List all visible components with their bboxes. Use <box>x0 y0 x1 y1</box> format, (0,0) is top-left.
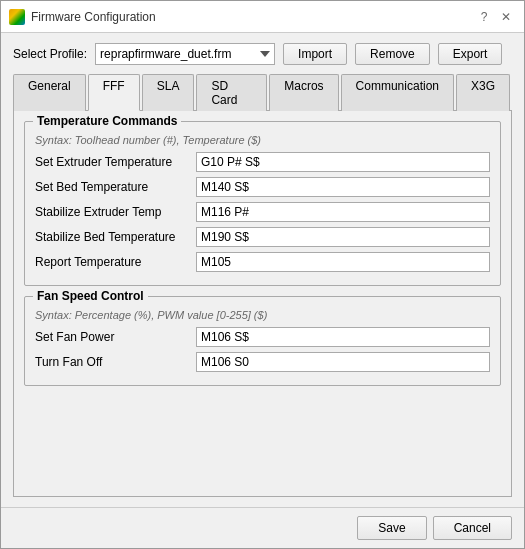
temp-field-row: Stabilize Extruder Temp <box>35 202 490 222</box>
tab-sdcard[interactable]: SD Card <box>196 74 267 111</box>
temp-field-input-4[interactable] <box>196 252 490 272</box>
temp-syntax: Syntax: Toolhead number (#), Temperature… <box>35 134 490 146</box>
profile-select[interactable]: reprapfirmware_duet.frm <box>95 43 275 65</box>
temp-field-row: Set Extruder Temperature <box>35 152 490 172</box>
temp-field-row: Stabilize Bed Temperature <box>35 227 490 247</box>
title-bar: Firmware Configuration ? ✕ <box>1 1 524 33</box>
save-button[interactable]: Save <box>357 516 426 540</box>
fan-syntax: Syntax: Percentage (%), PWM value [0-255… <box>35 309 490 321</box>
temp-field-label-0: Set Extruder Temperature <box>35 155 190 169</box>
import-button[interactable]: Import <box>283 43 347 65</box>
temp-field-label-3: Stabilize Bed Temperature <box>35 230 190 244</box>
temp-field-input-1[interactable] <box>196 177 490 197</box>
cancel-button[interactable]: Cancel <box>433 516 512 540</box>
fan-field-row: Set Fan Power <box>35 327 490 347</box>
tab-general[interactable]: General <box>13 74 86 111</box>
temp-field-input-3[interactable] <box>196 227 490 247</box>
profile-label: Select Profile: <box>13 47 87 61</box>
help-button[interactable]: ? <box>474 7 494 27</box>
tab-x3g[interactable]: X3G <box>456 74 510 111</box>
temperature-commands-body: Syntax: Toolhead number (#), Temperature… <box>35 134 490 272</box>
temp-field-row: Set Bed Temperature <box>35 177 490 197</box>
fan-field-row: Turn Fan Off <box>35 352 490 372</box>
temp-field-label-4: Report Temperature <box>35 255 190 269</box>
fan-field-input-1[interactable] <box>196 352 490 372</box>
window-controls: ? ✕ <box>474 7 516 27</box>
tab-macros[interactable]: Macros <box>269 74 338 111</box>
fan-fields: Set Fan PowerTurn Fan Off <box>35 327 490 372</box>
temperature-commands-group: Temperature Commands Syntax: Toolhead nu… <box>24 121 501 286</box>
profile-row: Select Profile: reprapfirmware_duet.frm … <box>13 43 512 65</box>
fan-speed-title: Fan Speed Control <box>33 289 148 303</box>
close-button[interactable]: ✕ <box>496 7 516 27</box>
window-title: Firmware Configuration <box>31 10 474 24</box>
temp-field-row: Report Temperature <box>35 252 490 272</box>
export-button[interactable]: Export <box>438 43 503 65</box>
temperature-commands-title: Temperature Commands <box>33 114 181 128</box>
fan-field-input-0[interactable] <box>196 327 490 347</box>
fan-field-label-1: Turn Fan Off <box>35 355 190 369</box>
tab-communication[interactable]: Communication <box>341 74 454 111</box>
tabs-row: GeneralFFFSLASD CardMacrosCommunicationX… <box>13 73 512 111</box>
footer: Save Cancel <box>1 507 524 548</box>
tab-sla[interactable]: SLA <box>142 74 195 111</box>
temp-field-input-0[interactable] <box>196 152 490 172</box>
fan-speed-body: Syntax: Percentage (%), PWM value [0-255… <box>35 309 490 372</box>
tab-fff[interactable]: FFF <box>88 74 140 111</box>
temp-field-label-2: Stabilize Extruder Temp <box>35 205 190 219</box>
app-icon <box>9 9 25 25</box>
fan-speed-group: Fan Speed Control Syntax: Percentage (%)… <box>24 296 501 386</box>
fan-field-label-0: Set Fan Power <box>35 330 190 344</box>
temp-fields: Set Extruder TemperatureSet Bed Temperat… <box>35 152 490 272</box>
temp-field-input-2[interactable] <box>196 202 490 222</box>
remove-button[interactable]: Remove <box>355 43 430 65</box>
main-window: Firmware Configuration ? ✕ Select Profil… <box>0 0 525 549</box>
main-content: Select Profile: reprapfirmware_duet.frm … <box>1 33 524 507</box>
temp-field-label-1: Set Bed Temperature <box>35 180 190 194</box>
tab-content: Temperature Commands Syntax: Toolhead nu… <box>13 111 512 497</box>
